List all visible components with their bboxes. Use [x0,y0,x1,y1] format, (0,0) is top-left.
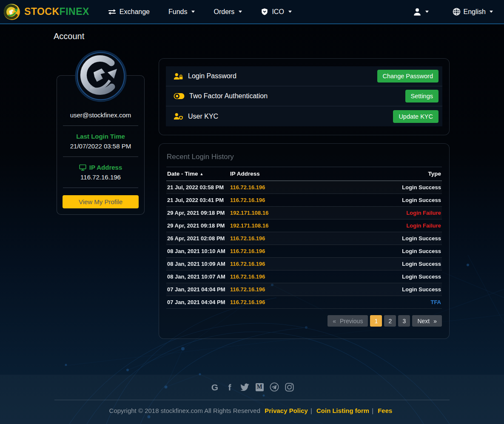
update-kyc-button[interactable]: Update KYC [393,110,439,123]
brand-logo[interactable]: STOCKFINEX [3,3,89,20]
cell-ip: 116.72.16.196 [229,296,335,309]
cell-type: Login Success [335,258,442,270]
column-type: Type [335,167,442,181]
security-row-login-password: Login Password Change Password [166,66,442,86]
copyright-text: Copyright © 2018 stockfinex.com All Righ… [109,407,260,414]
security-panel: Login Password Change Password Two Facto… [159,58,450,135]
caret-down-icon [239,11,242,13]
monitor-icon [79,164,86,171]
cell-type: Login Success [335,181,442,194]
nav-item-funds[interactable]: Funds [168,8,195,16]
twitter-icon[interactable] [239,381,250,393]
history-table-body: 21 Jul, 2022 03:58 PM 116.72.16.196 Logi… [166,181,442,309]
cell-ip: 116.72.16.196 [229,245,335,258]
pagination-previous[interactable]: « Previous [327,315,368,327]
cell-type: Login Success [335,283,442,296]
cell-ip: 116.72.16.196 [229,194,335,207]
caret-down-icon [425,11,429,13]
divider [63,157,138,157]
cell-ip: 116.72.16.196 [229,181,335,194]
column-date-time[interactable]: Date - Time▲ [166,167,229,181]
user-lock-icon [174,73,183,80]
table-row: 07 Jan, 2021 04:04 PM 116.72.16.196 TFA [166,296,442,309]
pagination-next[interactable]: Next » [412,315,442,327]
caret-down-icon [490,11,493,13]
cell-date: 08 Jan, 2021 10:10 AM [166,245,229,258]
stockfinex-logo-icon [3,3,20,20]
instagram-icon[interactable] [284,381,294,393]
language-label: English [464,8,486,16]
avatar-logo-icon [75,50,127,102]
nav-menu: Exchange Funds Orders ICO [108,8,292,16]
avatar [75,50,127,102]
pagination-page-1[interactable]: 1 [370,315,382,327]
panel-title: Recent Login History [166,151,442,167]
login-history-table: Date - Time▲ IP Address Type 21 Jul, 202… [166,167,442,309]
cell-type: Login Success [335,270,442,283]
cell-date: 08 Jan, 2021 10:07 AM [166,270,229,283]
two-factor-settings-button[interactable]: Settings [405,90,439,102]
telegram-icon[interactable] [269,381,279,393]
ip-address-label: IP Address [57,164,144,171]
google-icon[interactable]: G [210,381,220,393]
table-row: 21 Jul, 2022 03:41 PM 116.72.16.196 Logi… [166,194,442,207]
table-row: 21 Jul, 2022 03:58 PM 116.72.16.196 Logi… [166,181,442,194]
ip-address-value: 116.72.16.196 [57,174,144,181]
cell-date: 07 Jan, 2021 04:04 PM [166,283,229,296]
profile-card: user@stockfinex.com Last Login Time 21/0… [57,75,145,215]
table-row: 07 Jan, 2021 04:04 PM 116.72.16.196 Logi… [166,283,442,296]
cell-ip: 116.72.16.196 [229,283,335,296]
view-profile-button[interactable]: View My Profile [63,195,139,208]
table-row: 26 Apr, 2021 02:08 PM 116.72.16.196 Logi… [166,232,442,245]
last-login-label: Last Login Time [57,133,144,140]
nav-label: Exchange [120,8,150,16]
nav-label: Funds [168,8,187,16]
cell-ip: 116.72.16.196 [229,270,335,283]
nav-label: Orders [214,8,234,16]
security-row-two-factor: Two Factor Authentication Settings [166,86,442,106]
caret-down-icon [288,11,292,13]
cell-date: 08 Jan, 2021 10:09 AM [166,258,229,270]
navbar-right: English [413,8,493,16]
cell-date: 07 Jan, 2021 04:04 PM [166,296,229,309]
cell-type: Login Failure [335,207,442,219]
table-row: 29 Apr, 2021 09:18 PM 192.171.108.16 Log… [166,219,442,232]
pagination-page-2[interactable]: 2 [384,315,396,327]
cell-ip: 116.72.16.196 [229,258,335,270]
cell-date: 21 Jul, 2022 03:41 PM [166,194,229,207]
cell-ip: 192.171.108.16 [229,207,335,219]
divider [63,188,138,188]
footer-divider [54,400,450,400]
toggle-icon [174,93,185,100]
pagination-page-3[interactable]: 3 [398,315,410,327]
navbar: STOCKFINEX Exchange Funds Orders ICO [0,0,504,24]
page-title: Account [54,31,84,41]
privacy-policy-link[interactable]: Privacy Policy [265,407,308,414]
cell-ip: 192.171.108.16 [229,219,335,232]
change-password-button[interactable]: Change Password [377,70,439,83]
security-row-label: User KYC [174,113,218,120]
cell-type: Login Success [335,194,442,207]
facebook-icon[interactable]: f [225,381,235,393]
profile-email: user@stockfinex.com [57,111,144,119]
nav-item-ico[interactable]: ICO [261,8,291,16]
brand-text: STOCKFINEX [24,6,89,17]
exchange-arrows-icon [108,9,116,15]
next-arrow-icon: » [433,318,437,324]
cell-date: 29 Apr, 2021 09:18 PM [166,219,229,232]
user-menu[interactable] [413,8,429,16]
globe-icon [453,8,461,16]
nav-label: ICO [272,8,284,16]
cell-type: Login Success [335,232,442,245]
cell-type: Login Failure [335,219,442,232]
social-links: G f M [0,381,504,393]
table-row: 08 Jan, 2021 10:09 AM 116.72.16.196 Logi… [166,258,442,270]
nav-item-exchange[interactable]: Exchange [108,8,150,16]
language-menu[interactable]: English [453,8,493,16]
medium-icon[interactable]: M [254,381,265,393]
nav-item-orders[interactable]: Orders [214,8,242,16]
coin-listing-form-link[interactable]: Coin Listing form [316,407,369,414]
cell-type: Login Success [335,245,442,258]
copyright-bar: Copyright © 2018 stockfinex.com All Righ… [0,407,504,414]
fees-link[interactable]: Fees [378,407,392,414]
